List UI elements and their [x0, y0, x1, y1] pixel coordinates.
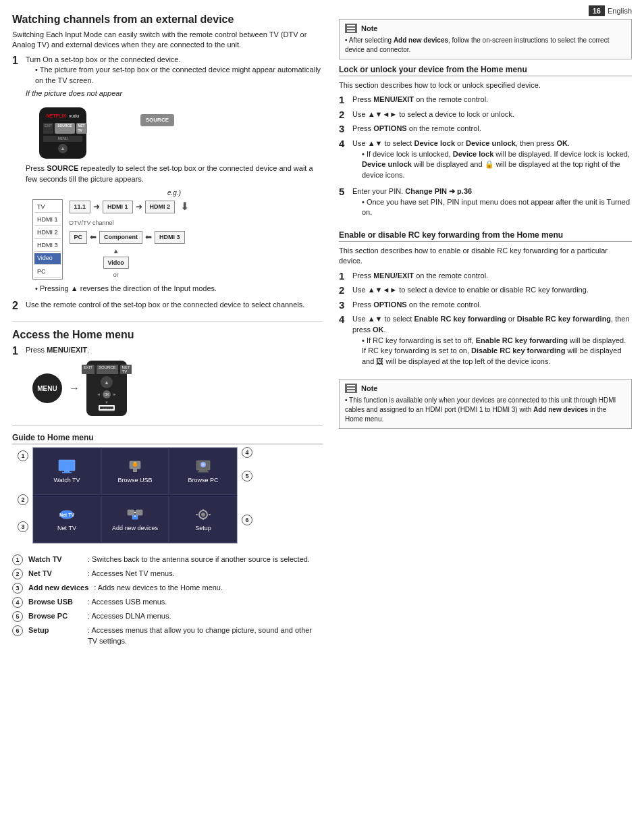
- remote-source-btn: SOURCE: [97, 365, 118, 374]
- menu-cell-adddevices-label: Add new devices: [112, 525, 158, 531]
- left-column: Watching channels from an external devic…: [12, 14, 323, 820]
- watching-channels-section: Watching channels from an external devic…: [12, 14, 323, 312]
- remote-exit-btn: EXIT: [82, 365, 95, 374]
- rc-step-4-bullets: If RC key forwarding is set to off, Enab…: [352, 336, 632, 367]
- remote-small-diagram: EXIT SOURCE NET TV ▲ ◄ OK ►: [86, 361, 127, 416]
- remote-dir-circle: ▲: [101, 376, 113, 388]
- note-title-2: Note: [361, 384, 377, 392]
- legend-num-4: 4: [12, 597, 23, 608]
- svg-rect-2: [62, 472, 72, 473]
- menu-cell-add-devices[interactable]: Add new devices: [101, 496, 169, 543]
- legend-desc-1: : Switches back to the antenna source if…: [88, 554, 323, 565]
- note-header-1: Note: [345, 24, 626, 33]
- note-icon-lines-2: [347, 385, 355, 392]
- callout-1: 1: [18, 450, 28, 461]
- divider-1: [12, 321, 323, 322]
- svg-rect-4: [133, 469, 137, 472]
- legend-item-4: 4 Browse USB : Accesses USB menus.: [12, 597, 323, 608]
- note-title-1: Note: [361, 24, 377, 32]
- access-home-heading: Access the Home menu: [12, 329, 323, 341]
- step-2: 2 Use the remote control of the set-top …: [12, 300, 323, 312]
- flow-channel: 11.1: [70, 201, 91, 213]
- callout-6: 6: [242, 515, 252, 525]
- rc-step-4-num: 4: [339, 314, 348, 325]
- lock-step-3-text: Press OPTIONS on the remote control.: [352, 124, 632, 134]
- menu-cell-setup[interactable]: Setup: [169, 496, 237, 543]
- remote-menu-btn: ⊙MENU: [99, 407, 115, 412]
- dtv-label: DTV/TV channel: [70, 219, 190, 228]
- note-icon-lines: [347, 25, 355, 32]
- step-2-number: 2: [12, 300, 22, 312]
- browse-pc-icon: [193, 459, 213, 474]
- input-video: Video: [34, 253, 61, 265]
- watching-channels-heading: Watching channels from an external devic…: [12, 14, 323, 26]
- legend-name-6: Setup: [28, 625, 82, 635]
- page-language: English: [608, 7, 632, 15]
- access-home-menu-section: Access the Home menu 1 Press MENU/EXIT. …: [12, 329, 323, 417]
- legend-item-5: 5 Browse PC : Accesses DLNA menus.: [12, 611, 323, 622]
- note-box-1: Note • After selecting Add new devices, …: [339, 19, 632, 59]
- menu-cell-watch-tv[interactable]: Watch TV: [33, 448, 101, 495]
- legend-desc-5: : Accesses DLNA menus.: [88, 611, 323, 621]
- lock-step-2-text: Use ▲▼◄► to select a device to lock or u…: [352, 109, 632, 120]
- note-line-2-2: [347, 388, 355, 389]
- svg-rect-0: [59, 460, 75, 471]
- guide-home-heading: Guide to Home menu: [12, 433, 323, 444]
- lock-step-5-bullets: Once you have set PIN, PIN input menu do…: [352, 197, 632, 218]
- rc-step-3: 3 Press OPTIONS on the remote control.: [339, 300, 632, 311]
- eg-label: e.g.): [26, 188, 323, 198]
- callout-2: 2: [18, 494, 28, 505]
- step-1-content: Turn On a set-top box or the connected d…: [26, 55, 323, 297]
- watching-channels-intro: Switching Each Input Mode can easily swi…: [12, 30, 323, 51]
- step-2-content: Use the remote control of the set-top bo…: [26, 300, 323, 310]
- rc-key-section: Enable or disable RC key forwarding from…: [339, 230, 632, 369]
- menu-cell-net-tv[interactable]: Net TV Net TV: [33, 496, 101, 543]
- lock-step-4-bullets: If device lock is unlocked, Device lock …: [352, 149, 632, 180]
- add-devices-icon: [125, 507, 145, 522]
- note-content-1: • After selecting Add new devices, follo…: [345, 36, 626, 55]
- svg-point-10: [202, 463, 205, 466]
- menu-cell-browse-pc[interactable]: Browse PC: [169, 448, 237, 495]
- input-list-table: TV HDMI 1 HDMI 2 HDMI 3 Video PC: [32, 199, 63, 280]
- usb-svg-icon: [126, 459, 144, 474]
- rc-step-2-text: Use ▲▼◄► to select a device to enable or…: [352, 285, 632, 296]
- note-content-2: • This function is available only when y…: [345, 396, 626, 424]
- legend-item-6: 6 Setup : Accesses menus that allow you …: [12, 625, 323, 646]
- page-number: 16: [589, 5, 605, 16]
- step-1-bullet-1: The picture from your set-top box or the…: [35, 65, 323, 86]
- rc-step-2-num: 2: [339, 285, 348, 296]
- menu-circle-label: MENU: [32, 373, 62, 403]
- rc-step-4-text: Use ▲▼ to select Enable RC key forwardin…: [352, 314, 632, 369]
- lock-step-1: 1 Press MENU/EXIT on the remote control.: [339, 95, 632, 106]
- lock-step-5: 5 Enter your PIN. Change PIN ➜ p.36 Once…: [339, 186, 632, 221]
- legend-desc-2: : Accesses Net TV menus.: [88, 569, 323, 579]
- callout-5: 5: [242, 471, 252, 481]
- lock-step-4: 4 Use ▲▼ to select Device lock or Device…: [339, 138, 632, 183]
- rc-step-3-text: Press OPTIONS on the remote control.: [352, 300, 632, 311]
- lock-unlock-heading: Lock or unlock your device from the Home…: [339, 65, 632, 76]
- input-pc: PC: [34, 266, 61, 278]
- flow-pc: PC: [70, 231, 88, 244]
- page-number-bar: 16 English: [589, 5, 632, 16]
- lock-step-2: 2 Use ▲▼◄► to select a device to lock or…: [339, 109, 632, 121]
- step-1: 1 Turn On a set-top box or the connected…: [12, 55, 323, 297]
- legend-name-4: Browse USB: [28, 597, 82, 607]
- svg-rect-8: [198, 471, 209, 473]
- legend-name-3: Add new devices: [28, 583, 88, 593]
- menu-cell-setup-label: Setup: [195, 525, 211, 531]
- menu-cell-nettv-label: Net TV: [57, 525, 76, 531]
- menu-cell-browse-usb[interactable]: Browse USB: [101, 448, 169, 495]
- note-header-2: Note: [345, 384, 626, 393]
- rc-step-1: 1 Press MENU/EXIT on the remote control.: [339, 271, 632, 282]
- rc-step-4: 4 Use ▲▼ to select Enable RC key forward…: [339, 314, 632, 369]
- note-line-2-1: [347, 385, 355, 386]
- flow-hdmi3: HDMI 3: [155, 231, 185, 244]
- lock-step-5-text: Enter your PIN. Change PIN ➜ p.36 Once y…: [352, 186, 632, 221]
- input-hdmi1: HDMI 1: [34, 214, 61, 226]
- source-note: Press SOURCE repeatedly to select the se…: [26, 163, 323, 184]
- rc-key-heading: Enable or disable RC key forwarding from…: [339, 230, 632, 242]
- remote-source-diagram: NETFLIX vudu EXIT SOURCE NET TV: [39, 104, 323, 158]
- legend-item-2: 2 Net TV : Accesses Net TV menus.: [12, 569, 323, 579]
- step-1-bullets: The picture from your set-top box or the…: [26, 65, 323, 86]
- step-1-number: 1: [12, 55, 22, 67]
